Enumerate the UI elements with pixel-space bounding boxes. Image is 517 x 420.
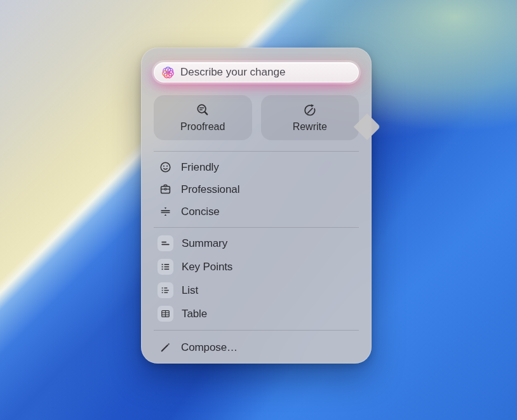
- divider: [154, 227, 359, 228]
- menu-item-summary[interactable]: Summary: [154, 232, 359, 255]
- format-section: Summary Key Points: [154, 232, 359, 325]
- briefcase-icon: [158, 182, 173, 197]
- apple-intelligence-icon: [161, 65, 175, 80]
- menu-item-friendly[interactable]: Friendly: [154, 156, 359, 178]
- tone-section: Friendly Professional: [154, 156, 359, 223]
- menu-item-key-points[interactable]: Key Points: [154, 255, 359, 279]
- smiley-icon: [158, 160, 173, 175]
- menu-item-professional[interactable]: Professional: [154, 178, 359, 200]
- describe-change-input[interactable]: [180, 66, 351, 79]
- menu-label: Concise: [181, 206, 220, 218]
- dash-list-icon: [158, 282, 173, 298]
- menu-label: Professional: [181, 183, 239, 196]
- divider: [154, 151, 359, 152]
- proofread-button[interactable]: Proofread: [154, 95, 252, 140]
- compress-vertical-icon: [158, 204, 173, 220]
- menu-item-list[interactable]: List: [154, 279, 359, 302]
- menu-label: Compose…: [181, 341, 238, 354]
- menu-item-concise[interactable]: Concise: [154, 200, 359, 223]
- menu-label: Summary: [182, 237, 227, 250]
- table-icon: [158, 306, 173, 322]
- menu-label: Table: [182, 308, 207, 320]
- summary-lines-icon: [158, 235, 173, 251]
- menu-item-compose[interactable]: Compose…: [154, 336, 359, 358]
- divider: [154, 330, 359, 331]
- rewrite-circle-pencil-icon: [302, 103, 318, 118]
- text-magnifier-icon: [195, 103, 210, 118]
- menu-label: List: [182, 284, 198, 297]
- menu-label: Friendly: [181, 161, 219, 174]
- describe-change-field-wrap: [154, 62, 359, 82]
- writing-tools-popover: Proofread Rewrite: [141, 48, 372, 364]
- proofread-label: Proofread: [180, 121, 225, 133]
- menu-label: Key Points: [182, 261, 232, 273]
- bullet-list-icon: [158, 259, 173, 275]
- rewrite-label: Rewrite: [293, 121, 327, 133]
- primary-actions: Proofread Rewrite: [154, 95, 359, 140]
- pencil-icon: [158, 340, 173, 355]
- rewrite-button[interactable]: Rewrite: [261, 95, 359, 140]
- menu-item-table[interactable]: Table: [154, 302, 359, 325]
